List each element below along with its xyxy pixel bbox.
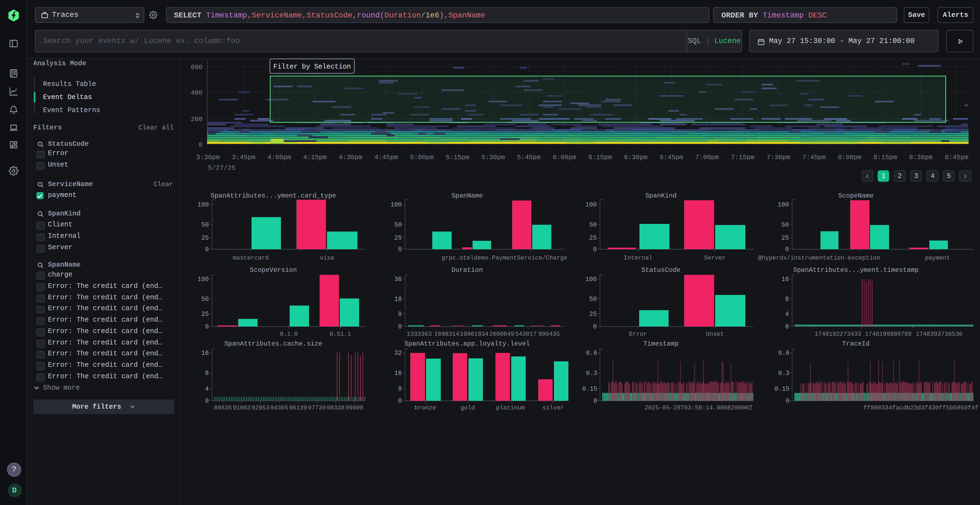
svg-text:25: 25 <box>589 235 597 241</box>
svg-text:6:30pm: 6:30pm <box>624 154 648 161</box>
svg-text:0: 0 <box>593 397 597 405</box>
svg-text:0: 0 <box>593 323 597 330</box>
svg-text:1333363: 1333363 <box>407 331 432 338</box>
svg-text:0: 0 <box>785 323 789 330</box>
svg-text:5:15pm: 5:15pm <box>445 154 469 161</box>
svg-text:100: 100 <box>391 201 402 208</box>
svg-text:SpanName: SpanName <box>451 192 483 199</box>
svg-text:2025-05-28T03:59:14.900820000Z: 2025-05-28T03:59:14.900820000Z <box>644 405 752 411</box>
svg-text:grpc.oteldemo.PaymentService/C: grpc.oteldemo.PaymentService/Charge <box>442 255 567 262</box>
svg-text:89835: 89835 <box>214 405 232 411</box>
svg-text:SpanAttributes...yment.card_ty: SpanAttributes...yment.card_type <box>211 192 336 199</box>
svg-text:32: 32 <box>394 349 402 357</box>
svg-text:mastercard: mastercard <box>233 255 269 262</box>
svg-text:100: 100 <box>197 276 209 283</box>
svg-text:0: 0 <box>785 246 789 253</box>
svg-text:5:30pm: 5:30pm <box>481 154 505 161</box>
svg-text:SpanKind: SpanKind <box>645 192 676 199</box>
svg-text:ScopeName: ScopeName <box>838 192 873 199</box>
svg-text:0.3: 0.3 <box>586 370 597 377</box>
svg-text:8:45pm: 8:45pm <box>945 154 968 161</box>
svg-text:100: 100 <box>778 201 789 208</box>
svg-text:100: 100 <box>585 201 597 208</box>
svg-text:Unset: Unset <box>706 331 724 338</box>
svg-text:7:30pm: 7:30pm <box>767 154 790 161</box>
svg-text:0.15: 0.15 <box>582 386 597 392</box>
svg-text:1748393738536: 1748393738536 <box>916 331 963 338</box>
svg-text:payment: payment <box>925 255 950 262</box>
svg-text:4:30pm: 4:30pm <box>339 154 362 161</box>
svg-text:0: 0 <box>398 323 402 330</box>
svg-text:visa: visa <box>320 255 334 262</box>
svg-text:16: 16 <box>201 349 209 357</box>
svg-text:0: 0 <box>199 141 202 149</box>
svg-text:bronze: bronze <box>414 405 436 411</box>
svg-text:3:30pm: 3:30pm <box>196 154 220 161</box>
svg-text:@hyperdx/instrumentation-excep: @hyperdx/instrumentation-exception <box>758 255 880 262</box>
svg-text:gold: gold <box>461 405 475 411</box>
svg-text:5:45pm: 5:45pm <box>517 154 540 161</box>
svg-text:999435: 999435 <box>538 331 560 338</box>
svg-text:platinum: platinum <box>496 405 525 411</box>
svg-text:3:45pm: 3:45pm <box>232 154 255 161</box>
svg-text:5:00pm: 5:00pm <box>410 154 434 161</box>
svg-text:4:00pm: 4:00pm <box>267 154 291 161</box>
svg-text:6:15pm: 6:15pm <box>588 154 612 161</box>
svg-text:SpanAttributes.cache.size: SpanAttributes.cache.size <box>224 340 322 348</box>
svg-text:99900: 99900 <box>345 405 363 411</box>
svg-text:50: 50 <box>589 221 597 229</box>
svg-text:0.6: 0.6 <box>778 349 789 357</box>
svg-text:2600849: 2600849 <box>489 331 514 338</box>
svg-text:silver: silver <box>542 405 564 411</box>
svg-text:8: 8 <box>398 386 402 392</box>
svg-text:400: 400 <box>191 89 202 97</box>
svg-text:SpanAttributes.app.loyalty.lev: SpanAttributes.app.loyalty.level <box>404 340 530 348</box>
svg-text:0: 0 <box>786 397 789 405</box>
svg-text:4: 4 <box>205 386 209 392</box>
svg-text:9: 9 <box>398 311 402 318</box>
svg-text:0.15: 0.15 <box>775 386 789 392</box>
svg-text:0: 0 <box>593 246 597 253</box>
svg-text:100: 100 <box>197 201 209 208</box>
svg-text:6:45pm: 6:45pm <box>660 154 683 161</box>
svg-text:200: 200 <box>191 116 202 123</box>
svg-text:91063: 91063 <box>233 405 251 411</box>
svg-text:6:00pm: 6:00pm <box>553 154 576 161</box>
svg-text:96139: 96139 <box>289 405 307 411</box>
svg-text:Error: Error <box>629 331 647 338</box>
svg-text:7:00pm: 7:00pm <box>695 154 719 161</box>
svg-text:Timestamp: Timestamp <box>643 340 679 348</box>
svg-text:Internal: Internal <box>624 255 652 262</box>
svg-text:50: 50 <box>201 221 209 229</box>
svg-text:16: 16 <box>394 370 402 377</box>
svg-text:50: 50 <box>394 221 402 229</box>
svg-text:1748199880789: 1748199880789 <box>865 331 912 338</box>
svg-text:25: 25 <box>781 235 789 241</box>
svg-text:0: 0 <box>205 397 209 405</box>
svg-text:8: 8 <box>785 296 789 303</box>
svg-text:50: 50 <box>589 296 597 303</box>
svg-text:8:30pm: 8:30pm <box>909 154 932 161</box>
svg-text:0: 0 <box>398 397 402 405</box>
svg-text:50: 50 <box>201 296 209 303</box>
svg-text:4: 4 <box>785 311 789 318</box>
svg-text:0.3: 0.3 <box>778 370 789 377</box>
svg-text:19961834: 19961834 <box>460 331 488 338</box>
svg-text:92953: 92953 <box>251 405 269 411</box>
svg-text:25: 25 <box>589 311 597 318</box>
svg-text:25: 25 <box>201 311 209 318</box>
svg-text:16: 16 <box>781 276 789 283</box>
svg-text:5/27/25: 5/27/25 <box>208 164 235 172</box>
svg-text:98338: 98338 <box>327 405 345 411</box>
svg-text:36: 36 <box>394 276 402 283</box>
svg-text:543017: 543017 <box>515 331 536 338</box>
svg-text:0: 0 <box>205 246 209 253</box>
svg-text:Duration: Duration <box>451 266 483 274</box>
svg-text:ScopeVersion: ScopeVersion <box>250 266 297 274</box>
svg-text:600: 600 <box>191 64 202 71</box>
svg-text:1748192273433: 1748192273433 <box>815 331 861 338</box>
svg-text:TraceId: TraceId <box>842 340 870 348</box>
svg-text:8:15pm: 8:15pm <box>873 154 897 161</box>
svg-text:SpanAttributes...yment.timesta: SpanAttributes...yment.timestamp <box>793 266 919 274</box>
svg-text:0.51.1: 0.51.1 <box>329 331 351 338</box>
